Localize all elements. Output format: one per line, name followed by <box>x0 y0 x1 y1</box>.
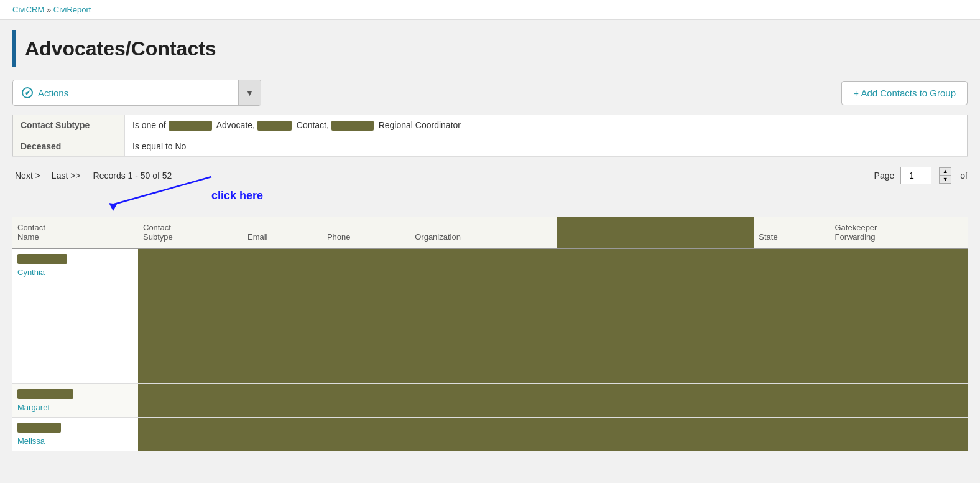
breadcrumb-civicrm[interactable]: CiviCRM <box>12 5 44 14</box>
redact-2 <box>257 121 292 131</box>
th-state: State <box>754 217 830 248</box>
contact-name-cell-3: Melissa <box>12 418 138 451</box>
svg-marker-1 <box>109 203 117 211</box>
contact-cell-2: Margaret <box>17 389 133 412</box>
actions-caret[interactable]: ▼ <box>238 80 261 105</box>
breadcrumb-separator: » <box>47 5 53 14</box>
page-spinner: ▲ ▼ <box>939 167 951 184</box>
th-phone: Phone <box>322 217 410 248</box>
next-button[interactable]: Next > <box>12 167 43 184</box>
filter-table: Contact Subtype Is one of Advocate, Cont… <box>12 115 968 157</box>
big-redact-1 <box>143 254 963 378</box>
th-organization: Organization <box>410 217 557 248</box>
filter-value-subtype: Is one of Advocate, Contact, Regional Co… <box>125 115 968 136</box>
contact-cell-3: Melissa <box>17 423 133 446</box>
th-region <box>557 217 754 248</box>
td-redact-2a <box>138 384 968 418</box>
contact-link-1[interactable]: Cynthia <box>17 268 45 277</box>
table-wrapper: ContactName ContactSubtype Email Phone O… <box>12 217 968 451</box>
filter-row-subtype: Contact Subtype Is one of Advocate, Cont… <box>13 115 968 136</box>
last-button[interactable]: Last >> <box>49 167 83 184</box>
th-contact-name: ContactName <box>12 217 138 248</box>
filter-value-deceased: Is equal to No <box>125 136 968 157</box>
td-redact-1a <box>138 248 968 384</box>
redact-1 <box>169 121 212 131</box>
th-gatekeeper-forwarding: GatekeeperForwarding <box>830 217 968 248</box>
contact-redact-3 <box>17 423 61 433</box>
contact-name-cell-2: Margaret <box>12 384 138 418</box>
contact-redact-2 <box>17 389 73 399</box>
pagination-row: Next > Last >> Records 1 - 50 of 52 Page… <box>12 167 968 184</box>
page-number-input[interactable] <box>900 167 931 184</box>
contact-redact-1 <box>17 254 67 264</box>
table-row: Melissa <box>12 418 968 451</box>
page-up-button[interactable]: ▲ <box>939 167 951 176</box>
actions-circle-icon: ✔ <box>22 87 33 98</box>
contact-cell-1: Cynthia <box>17 254 133 277</box>
table-row: Cynthia <box>12 248 968 384</box>
page-header: Advocates/Contacts <box>0 20 980 73</box>
add-contacts-button[interactable]: + Add Contacts to Group <box>841 81 968 105</box>
td-redact-3a <box>138 418 968 451</box>
breadcrumb-civireport[interactable]: CiviReport <box>53 5 91 14</box>
breadcrumb: CiviCRM » CiviReport <box>0 0 980 20</box>
data-table: ContactName ContactSubtype Email Phone O… <box>12 217 968 451</box>
click-here-annotation: click here <box>211 189 263 202</box>
toolbar-row: ✔ Actions ▼ + Add Contacts to Group <box>12 80 968 106</box>
th-contact-subtype: ContactSubtype <box>138 217 243 248</box>
actions-dropdown[interactable]: ✔ Actions ▼ <box>12 80 261 106</box>
page-header-accent-bar <box>12 30 16 67</box>
page-down-button[interactable]: ▼ <box>939 176 951 184</box>
filter-label-subtype: Contact Subtype <box>13 115 125 136</box>
main-content: ✔ Actions ▼ + Add Contacts to Group Cont… <box>0 73 980 457</box>
contact-link-3[interactable]: Melissa <box>17 436 45 446</box>
filter-row-deceased: Deceased Is equal to No <box>13 136 968 157</box>
page-label: Page <box>874 171 895 181</box>
table-header-row: ContactName ContactSubtype Email Phone O… <box>12 217 968 248</box>
records-info: Records 1 - 50 of 52 <box>93 171 172 181</box>
table-row: Margaret <box>12 384 968 418</box>
contact-name-cell-1: Cynthia <box>12 248 138 384</box>
th-email: Email <box>243 217 322 248</box>
page-title: Advocates/Contacts <box>25 37 216 60</box>
of-label: of <box>960 171 968 181</box>
redact-3 <box>331 121 374 131</box>
pagination-area: Next > Last >> Records 1 - 50 of 52 Page… <box>12 167 968 214</box>
filter-label-deceased: Deceased <box>13 136 125 157</box>
actions-label: Actions <box>38 88 68 98</box>
contact-link-2[interactable]: Margaret <box>17 403 50 412</box>
actions-button[interactable]: ✔ Actions <box>13 80 238 105</box>
